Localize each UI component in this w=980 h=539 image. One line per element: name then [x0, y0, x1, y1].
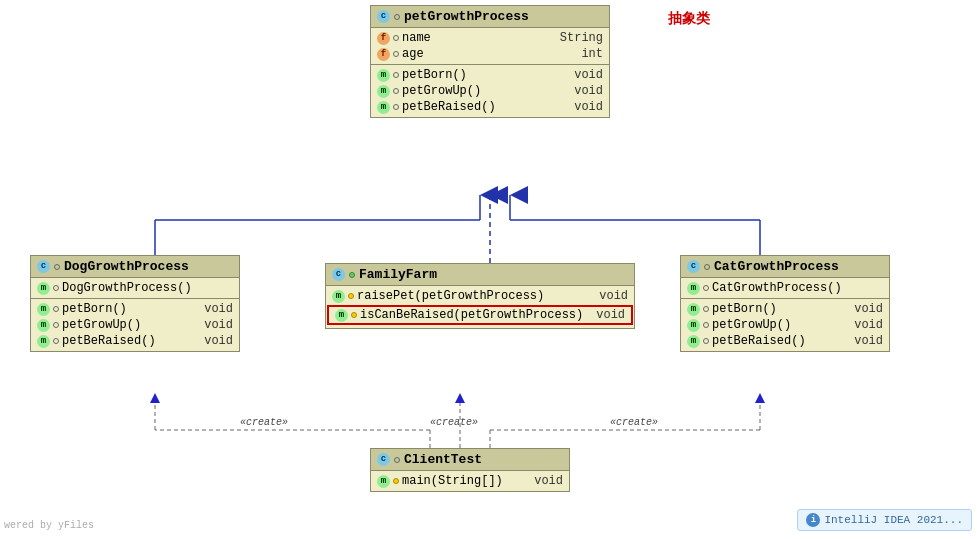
- method-dog-petberaised-label: petBeRaised(): [62, 334, 156, 348]
- svg-text:«create»: «create»: [240, 417, 288, 428]
- class-header-petgrowthprocess: c petGrowthProcess: [371, 6, 609, 28]
- intellij-label: IntelliJ IDEA 2021...: [824, 514, 963, 526]
- badge-m-dog2: m: [37, 319, 50, 332]
- dot-m3: [393, 104, 399, 110]
- dot-cat1: [703, 306, 709, 312]
- class-header-dog: c DogGrowthProcess: [31, 256, 239, 278]
- badge-c-cat: c: [687, 260, 700, 273]
- method-cat-petberaised: m petBeRaised() void: [681, 333, 889, 349]
- badge-c-dog: c: [37, 260, 50, 273]
- badge-m-dog-c: m: [37, 282, 50, 295]
- dot-cat3: [703, 338, 709, 344]
- method-dog-petborn-label: petBorn(): [62, 302, 127, 316]
- constructor-cat: m CatGrowthProcess(): [681, 280, 889, 296]
- class-header-farm: c FamilyFarm: [326, 264, 634, 286]
- class-header-client: c ClientTest: [371, 449, 569, 471]
- field-name-type: String: [550, 31, 603, 45]
- badge-m-cat3: m: [687, 335, 700, 348]
- dot-client: [394, 457, 400, 463]
- method-farm-iscanberaised-label: isCanBeRaised(petGrowthProcess): [360, 308, 583, 322]
- method-cat-petborn-type: void: [844, 302, 883, 316]
- svg-text:«create»: «create»: [610, 417, 658, 428]
- method-farm-raisepet: m raisePet(petGrowthProcess) void: [326, 288, 634, 304]
- method-cat-petgrowup: m petGrowUp() void: [681, 317, 889, 333]
- info-icon: i: [806, 513, 820, 527]
- field-name-label: name: [402, 31, 431, 45]
- method-cat-petgrowup-label: petGrowUp(): [712, 318, 791, 332]
- dot-dog2: [53, 322, 59, 328]
- method-dog-petborn: m petBorn() void: [31, 301, 239, 317]
- badge-m-dog3: m: [37, 335, 50, 348]
- field-age-type: int: [571, 47, 603, 61]
- dot-dog1: [53, 306, 59, 312]
- badge-m1: m: [377, 69, 390, 82]
- class-familyfarm: c FamilyFarm m raisePet(petGrowthProcess…: [325, 263, 635, 329]
- class-petgrowthprocess: c petGrowthProcess f name String f age i…: [370, 5, 610, 118]
- method-cat-petgrowup-type: void: [844, 318, 883, 332]
- dot-pet: [394, 14, 400, 20]
- dot2: [393, 51, 399, 57]
- method-farm-raisepet-type: void: [589, 289, 628, 303]
- class-catgrowthprocess: c CatGrowthProcess m CatGrowthProcess() …: [680, 255, 890, 352]
- method-farm-iscanberaised: m isCanBeRaised(petGrowthProcess) void: [327, 305, 633, 325]
- classname-farm: FamilyFarm: [359, 267, 437, 282]
- dot-cat2: [703, 322, 709, 328]
- classname-dog: DogGrowthProcess: [64, 259, 189, 274]
- methods-section-pet: m petBorn() void m petGrowUp() void m pe…: [371, 65, 609, 117]
- method-petgrowup-type: void: [564, 84, 603, 98]
- badge-m2: m: [377, 85, 390, 98]
- dot-dog3: [53, 338, 59, 344]
- badge-m-client1: m: [377, 475, 390, 488]
- badge-m-cat2: m: [687, 319, 700, 332]
- constructors-section-dog: m DogGrowthProcess(): [31, 278, 239, 299]
- badge-m3: m: [377, 101, 390, 114]
- method-dog-petberaised-type: void: [194, 334, 233, 348]
- method-petgrowup-label: petGrowUp(): [402, 84, 481, 98]
- badge-m-cat-c: m: [687, 282, 700, 295]
- constructor-dog-label: DogGrowthProcess(): [62, 281, 192, 295]
- class-header-cat: c CatGrowthProcess: [681, 256, 889, 278]
- methods-section-dog: m petBorn() void m petGrowUp() void m pe…: [31, 299, 239, 351]
- method-client-main-type: void: [524, 474, 563, 488]
- watermark: wered by yFiles: [4, 520, 94, 531]
- badge-c-client: c: [377, 453, 390, 466]
- method-cat-petberaised-type: void: [844, 334, 883, 348]
- method-petborn-label: petBorn(): [402, 68, 467, 82]
- fields-section-pet: f name String f age int: [371, 28, 609, 65]
- method-petberaised-type: void: [564, 100, 603, 114]
- dot-farm: [349, 272, 355, 278]
- method-dog-petborn-type: void: [194, 302, 233, 316]
- method-dog-petgrowup-type: void: [194, 318, 233, 332]
- dot-cat-c: [703, 285, 709, 291]
- method-petborn-type: void: [564, 68, 603, 82]
- constructor-cat-label: CatGrowthProcess(): [712, 281, 842, 295]
- method-client-main-label: main(String[]): [402, 474, 503, 488]
- class-clienttest: c ClientTest m main(String[]) void: [370, 448, 570, 492]
- classname-client: ClientTest: [404, 452, 482, 467]
- class-doggrowthprocess: c DogGrowthProcess m DogGrowthProcess() …: [30, 255, 240, 352]
- method-dog-petgrowup-label: petGrowUp(): [62, 318, 141, 332]
- badge-f2: f: [377, 48, 390, 61]
- dot-farm1: [348, 293, 354, 299]
- dot-m2: [393, 88, 399, 94]
- badge-c-pet: c: [377, 10, 390, 23]
- abstract-label: 抽象类: [668, 10, 710, 28]
- dot-dog-c: [53, 285, 59, 291]
- methods-section-farm: m raisePet(petGrowthProcess) void m isCa…: [326, 286, 634, 328]
- method-petborn: m petBorn() void: [371, 67, 609, 83]
- methods-section-cat: m petBorn() void m petGrowUp() void m pe…: [681, 299, 889, 351]
- dot-client1: [393, 478, 399, 484]
- method-dog-petberaised: m petBeRaised() void: [31, 333, 239, 349]
- classname-cat: CatGrowthProcess: [714, 259, 839, 274]
- badge-m-dog1: m: [37, 303, 50, 316]
- method-cat-petberaised-label: petBeRaised(): [712, 334, 806, 348]
- dot-cat: [704, 264, 710, 270]
- intellij-badge: i IntelliJ IDEA 2021...: [797, 509, 972, 531]
- dot-dog: [54, 264, 60, 270]
- field-name: f name String: [371, 30, 609, 46]
- badge-m-cat1: m: [687, 303, 700, 316]
- field-age: f age int: [371, 46, 609, 62]
- diagram-container: 抽象类: [0, 0, 980, 539]
- method-cat-petborn: m petBorn() void: [681, 301, 889, 317]
- dot-farm2: [351, 312, 357, 318]
